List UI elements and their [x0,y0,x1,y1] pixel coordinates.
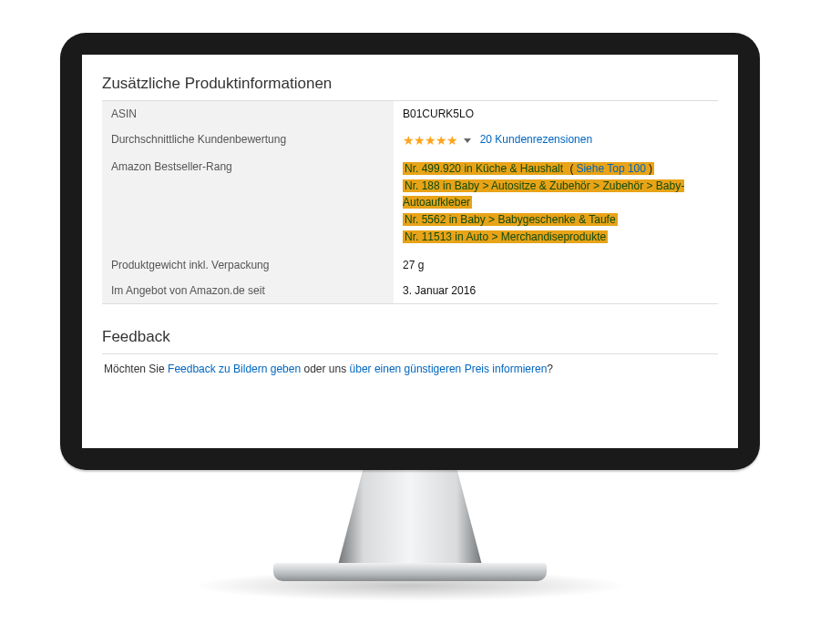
feedback-pre: Möchten Sie [104,363,168,375]
rank-top100-link[interactable]: Siehe Top 100 [575,162,647,175]
asin-label: ASIN [102,101,394,128]
star-icon: ★ [436,133,446,148]
asin-value: B01CURK5LO [394,101,718,128]
rank-sub-line: Nr. 11513 in Auto > Merchandiseprodukte [403,229,709,245]
monitor-frame: Zusätzliche Produktinformationen ASIN B0… [60,33,760,470]
feedback-images-link[interactable]: Feedback zu Bildern geben [168,363,301,375]
since-value: 3. Januar 2016 [394,278,718,304]
reviews-link[interactable]: 20 Kundenrezensionen [480,133,592,146]
feedback-text: Möchten Sie Feedback zu Bildern geben od… [102,353,718,383]
monitor-stand-neck [337,468,483,568]
feedback-post: ? [547,363,553,375]
feedback-price-link[interactable]: über einen günstigeren Preis informieren [350,363,548,375]
star-icon: ★ [403,133,414,148]
rank-paren-close: ) [647,162,654,175]
rating-value: ★★★★★ 20 Kundenrezensionen [394,127,718,154]
chevron-down-icon[interactable] [464,138,471,143]
screen-content: Zusätzliche Produktinformationen ASIN B0… [82,55,738,448]
since-label: Im Angebot von Amazon.de seit [102,278,394,304]
product-info-table: ASIN B01CURK5LO Durchschnittliche Kunden… [102,100,718,304]
rank-main-text: Nr. 499.920 in Küche & Haushalt [403,162,568,175]
star-icon: ★ [425,133,436,148]
table-row: Durchschnittliche Kundenbewertung ★★★★★ … [102,127,718,154]
feedback-mid: oder uns [301,363,349,375]
weight-value: 27 g [394,252,718,278]
rating-label: Durchschnittliche Kundenbewertung [102,127,394,154]
rank-main-line: Nr. 499.920 in Küche & Haushalt (Siehe T… [403,160,709,177]
rank-sub-line: Nr. 5562 in Baby > Babygeschenke & Taufe [403,211,709,228]
rank-value: Nr. 499.920 in Küche & Haushalt (Siehe T… [394,154,718,252]
star-icon: ★ [414,133,425,148]
rank-sub1[interactable]: Nr. 188 in Baby > Autositze & Zubehör > … [403,179,684,209]
rank-sub3[interactable]: Nr. 11513 in Auto > Merchandiseprodukte [403,230,608,243]
product-info-heading: Zusätzliche Produktinformationen [102,75,718,95]
feedback-heading: Feedback [102,328,718,348]
monitor-stand-base [273,563,547,581]
table-row: Amazon Bestseller-Rang Nr. 499.920 in Kü… [102,154,718,252]
rank-label: Amazon Bestseller-Rang [102,154,394,252]
rank-sub-line: Nr. 188 in Baby > Autositze & Zubehör > … [403,178,709,210]
table-row: Produktgewicht inkl. Verpackung 27 g [102,252,718,278]
weight-label: Produktgewicht inkl. Verpackung [102,252,394,278]
table-row: ASIN B01CURK5LO [102,101,718,128]
star-rating[interactable]: ★★★★★ [403,133,457,148]
star-icon: ★ [446,133,457,148]
rank-sub2[interactable]: Nr. 5562 in Baby > Babygeschenke & Taufe [403,213,618,226]
table-row: Im Angebot von Amazon.de seit 3. Januar … [102,278,718,304]
